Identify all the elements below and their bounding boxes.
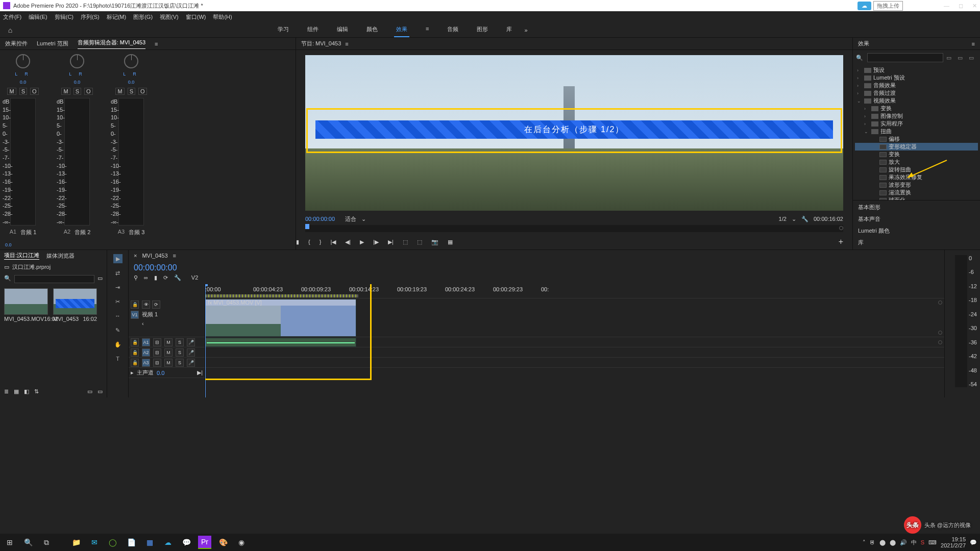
search-icon[interactable]: 🔍 [21, 536, 35, 549]
track-target-v1[interactable]: V1 [131, 311, 139, 319]
track-header-v1[interactable]: 🔒 V1 👁⟳ 视频 1 ‹ [129, 298, 205, 337]
pan-value[interactable]: 0.0 [20, 80, 27, 85]
go-to-in-button[interactable]: |◀ [330, 239, 336, 245]
effect-item[interactable]: 变形稳定器 [855, 143, 978, 151]
menu-markers[interactable]: 标记(M) [107, 13, 127, 21]
step-forward-button[interactable]: |▶ [373, 239, 379, 245]
taskbar-clock[interactable]: 19:15 2021/2/27 [941, 536, 966, 548]
program-timecode[interactable]: 00:00:00:00 [305, 216, 335, 222]
menu-file[interactable]: 文件(F) [3, 13, 21, 21]
panel-essential-graphics[interactable]: 基本图形 [858, 204, 975, 211]
lock-icon[interactable]: 🔒 [131, 359, 139, 367]
dropdown-chevron-icon[interactable]: ⌄ [361, 216, 366, 222]
home-button[interactable]: ⌂ [0, 26, 20, 34]
project-search-input[interactable] [14, 275, 94, 283]
voice-over-icon[interactable]: 🎤 [187, 348, 195, 357]
icon-view-icon[interactable]: ▦ [14, 388, 19, 395]
effect-folder[interactable]: ›Lumetri 预设 [855, 74, 978, 82]
panel-libraries[interactable]: 库 [858, 239, 975, 246]
mso-button[interactable]: O [138, 88, 147, 95]
effect-item[interactable]: 球面化 [855, 196, 978, 200]
workspace-assembly[interactable]: 组件 [305, 22, 321, 37]
list-view-icon[interactable]: ≣ [4, 388, 9, 395]
mso-button[interactable]: O [84, 88, 93, 95]
effect-item[interactable]: 湍流置换 [855, 189, 978, 196]
task-view-icon[interactable]: ⧉ [40, 536, 53, 549]
panel-menu-icon[interactable]: ≡ [345, 41, 348, 47]
effect-folder[interactable]: ›音频效果 [855, 82, 978, 89]
tab-project[interactable]: 项目:汉口江滩 [4, 252, 39, 260]
razor-tool[interactable]: ✂ [113, 297, 122, 306]
mso-button[interactable]: S [19, 88, 27, 95]
pen-tool[interactable]: ✎ [113, 325, 122, 335]
maximize-button[interactable]: ◻ [959, 3, 963, 9]
tray-icon[interactable]: S [921, 539, 924, 545]
calculator-icon[interactable]: ▦ [143, 536, 156, 549]
track-header-a2[interactable]: 🔒 A2 ⊟ M S 🎤 [129, 347, 205, 358]
menu-help[interactable]: 帮助(H) [213, 13, 232, 21]
premiere-icon[interactable]: Pr [198, 536, 211, 549]
add-marker-button[interactable]: ▮ [296, 239, 299, 245]
project-item[interactable]: MVI_045316:02 [53, 288, 97, 322]
extract-button[interactable]: ⬚ [417, 239, 422, 245]
skip-icon[interactable]: ▶| [197, 369, 203, 376]
program-scrubber[interactable] [305, 225, 843, 232]
mso-button[interactable]: M [61, 88, 70, 95]
lock-icon[interactable]: 🔒 [131, 338, 139, 346]
sort-icon[interactable]: ⇅ [34, 388, 39, 395]
settings-icon[interactable]: 🔧 [174, 274, 181, 281]
panel-essential-sound[interactable]: 基本声音 [858, 215, 975, 223]
notifications-icon[interactable]: 💬 [970, 539, 977, 546]
tray-icon[interactable]: ⬤ [890, 539, 896, 546]
effect-item[interactable]: 波形变形 [855, 181, 978, 189]
upload-label[interactable]: 拖拽上传 [873, 1, 903, 11]
program-resolution-dropdown[interactable]: 1/2 [779, 216, 787, 222]
linked-selection-icon[interactable]: ∞ [144, 274, 148, 281]
minimize-button[interactable]: — [944, 3, 949, 9]
effect-item[interactable]: 果冻效应修复 [855, 173, 978, 181]
export-frame-button[interactable]: 📷 [431, 239, 438, 245]
fx-badge-icon[interactable]: ▭ [946, 55, 954, 61]
app-icon[interactable]: 🎨 [216, 536, 230, 549]
pan-value[interactable]: 0.0 [128, 80, 135, 85]
workspace-more-icon[interactable]: ≡ [424, 22, 431, 37]
menu-edit[interactable]: 编辑(E) [29, 13, 47, 21]
lock-icon[interactable]: 🔒 [131, 348, 139, 357]
menu-clip[interactable]: 剪辑(C) [55, 13, 74, 21]
audio-clip[interactable] [205, 338, 356, 347]
close-button[interactable]: ✕ [972, 3, 977, 9]
tab-lumetri-scopes[interactable]: Lumetri 范围 [37, 40, 68, 47]
type-tool[interactable]: T [113, 354, 122, 363]
effects-search-input[interactable] [867, 53, 943, 62]
effect-item[interactable]: 放大 [855, 158, 978, 166]
tab-media-browser[interactable]: 媒体浏览器 [46, 252, 75, 260]
step-back-button[interactable]: ◀| [345, 239, 351, 245]
sync-lock-icon[interactable]: ⟳ [152, 300, 160, 309]
lock-icon[interactable]: 🔒 [131, 300, 139, 309]
fx-badge-icon[interactable]: ▭ [958, 55, 966, 61]
audio-track-2[interactable] [205, 347, 944, 358]
effect-item[interactable]: 偏移 [855, 135, 978, 143]
workspace-color[interactable]: 颜色 [364, 22, 380, 37]
toggle-output-icon[interactable]: 👁 [142, 300, 150, 309]
tab-effect-controls[interactable]: 效果控件 [5, 40, 28, 47]
notepad-icon[interactable]: 📄 [125, 536, 138, 549]
timeline-tracks-area[interactable]: :00:0000:00:04:2300:00:09:2300:00:14:230… [205, 284, 944, 397]
selection-tool[interactable]: ▶ [113, 254, 122, 263]
menu-graphics[interactable]: 图形(G) [133, 13, 153, 21]
tray-keyboard-icon[interactable]: ⌨ [928, 539, 937, 546]
ripple-edit-tool[interactable]: ⇥ [113, 283, 122, 292]
tray-icon[interactable]: ⛨ [870, 539, 875, 545]
menu-view[interactable]: 视图(V) [160, 13, 179, 21]
effect-folder[interactable]: ›实用程序 [855, 120, 978, 128]
project-item[interactable]: MVI_0453.MOV16:02 [4, 288, 48, 322]
workspace-graphics[interactable]: 图形 [475, 22, 490, 37]
track-chevron-icon[interactable]: ‹ [142, 320, 160, 327]
track-target-a2[interactable]: A2 [142, 348, 150, 357]
tray-ime-icon[interactable]: 中 [911, 539, 917, 546]
audio-track-1[interactable] [205, 337, 944, 347]
tray-chevron-icon[interactable]: ˄ [863, 539, 866, 546]
track-header-a1[interactable]: 🔒 A1 ⊟ M S 🎤 [129, 337, 205, 347]
mixer-channel[interactable]: L R 0.0 MSO dB15-10-5-0--3--5--7--10--13… [113, 54, 149, 236]
mark-out-button[interactable]: } [320, 239, 322, 245]
